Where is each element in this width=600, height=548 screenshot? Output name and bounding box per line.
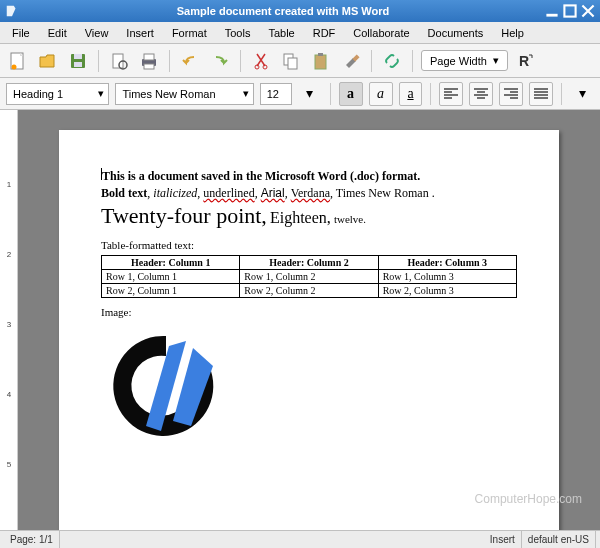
app-icon <box>4 3 20 19</box>
toolbar-separator <box>169 50 170 72</box>
table-row: Row 2, Column 1 Row 2, Column 2 Row 2, C… <box>102 284 517 298</box>
align-center-button[interactable] <box>469 82 493 106</box>
table-header: Header: Column 3 <box>378 256 516 270</box>
style-value: Heading 1 <box>13 88 63 100</box>
menu-rdf[interactable]: RDF <box>305 25 344 41</box>
zoom-label: Page Width <box>430 55 487 67</box>
bold-button[interactable]: a <box>339 82 363 106</box>
font-size-combo[interactable]: 12 <box>260 83 292 105</box>
paragraph-style-combo[interactable]: Heading 1 ▾ <box>6 83 109 105</box>
chevron-down-icon: ▾ <box>493 54 499 67</box>
ruler-tick: 1 <box>2 180 16 189</box>
toolbar-separator <box>561 83 562 105</box>
svg-rect-5 <box>74 54 82 59</box>
align-justify-button[interactable] <box>529 82 553 106</box>
doc-heading-line: This is a document saved in the Microsof… <box>101 168 517 184</box>
copy-icon[interactable] <box>279 49 303 73</box>
svg-rect-16 <box>315 55 326 69</box>
maximize-button[interactable] <box>562 3 578 19</box>
toolbar-separator <box>430 83 431 105</box>
italic-button[interactable]: a <box>369 82 393 106</box>
redo-icon[interactable] <box>208 49 232 73</box>
svg-rect-11 <box>144 64 154 69</box>
toolbar-separator <box>98 50 99 72</box>
doc-formatting-line: Bold text, italicized, underlined, Arial… <box>101 186 517 201</box>
menu-view[interactable]: View <box>77 25 117 41</box>
print-icon[interactable] <box>137 49 161 73</box>
svg-rect-10 <box>144 54 154 60</box>
toolbar-separator <box>240 50 241 72</box>
print-preview-icon[interactable] <box>107 49 131 73</box>
toolbar-separator <box>330 83 331 105</box>
size-dropdown-icon[interactable]: ▾ <box>298 82 322 106</box>
toolbar-separator <box>371 50 372 72</box>
doc-size-line: Twenty-four point, Eighteen, twelve. <box>101 203 517 229</box>
page-scroll-area[interactable]: This is a document saved in the Microsof… <box>18 110 600 530</box>
ruler-tick: 3 <box>2 320 16 329</box>
image-label: Image: <box>101 306 517 318</box>
svg-rect-17 <box>318 53 323 56</box>
menu-edit[interactable]: Edit <box>40 25 75 41</box>
save-icon[interactable] <box>66 49 90 73</box>
open-icon[interactable] <box>36 49 60 73</box>
svg-rect-0 <box>546 14 557 17</box>
cut-icon[interactable] <box>249 49 273 73</box>
status-page: Page: 1/1 <box>4 531 60 548</box>
chevron-down-icon: ▾ <box>98 87 104 100</box>
menu-bar: File Edit View Insert Format Tools Table… <box>0 22 600 44</box>
table-cell: Row 1, Column 1 <box>102 270 240 284</box>
reload-icon[interactable]: R <box>514 49 538 73</box>
vertical-ruler: 1 2 3 4 5 <box>0 110 18 530</box>
font-value: Times New Roman <box>122 88 215 100</box>
menu-tools[interactable]: Tools <box>217 25 259 41</box>
toolbar-separator <box>412 50 413 72</box>
table-cell: Row 2, Column 1 <box>102 284 240 298</box>
paint-format-icon[interactable] <box>339 49 363 73</box>
window-title: Sample document created with MS Word <box>24 5 542 17</box>
menu-format[interactable]: Format <box>164 25 215 41</box>
align-right-button[interactable] <box>499 82 523 106</box>
close-button[interactable] <box>580 3 596 19</box>
menu-file[interactable]: File <box>4 25 38 41</box>
table-cell: Row 2, Column 3 <box>378 284 516 298</box>
menu-collaborate[interactable]: Collaborate <box>345 25 417 41</box>
undo-icon[interactable] <box>178 49 202 73</box>
minimize-button[interactable] <box>544 3 560 19</box>
status-bar: Page: 1/1 Insert default en-US <box>0 530 600 548</box>
paste-icon[interactable] <box>309 49 333 73</box>
table-header: Header: Column 2 <box>240 256 378 270</box>
document-page[interactable]: This is a document saved in the Microsof… <box>59 130 559 530</box>
table-cell: Row 2, Column 2 <box>240 284 378 298</box>
table-row: Row 1, Column 1 Row 1, Column 2 Row 1, C… <box>102 270 517 284</box>
font-name-combo[interactable]: Times New Roman ▾ <box>115 83 253 105</box>
formatting-toolbar: Heading 1 ▾ Times New Roman ▾ 12 ▾ a a a… <box>0 78 600 110</box>
svg-rect-15 <box>288 58 297 69</box>
status-insert-mode[interactable]: Insert <box>484 531 522 548</box>
ruler-tick: 5 <box>2 460 16 469</box>
new-doc-icon[interactable] <box>6 49 30 73</box>
status-language[interactable]: default en-US <box>522 531 596 548</box>
align-left-button[interactable] <box>439 82 463 106</box>
table-cell: Row 1, Column 2 <box>240 270 378 284</box>
chevron-down-icon: ▾ <box>243 87 249 100</box>
size-value: 12 <box>267 88 279 100</box>
table-header: Header: Column 1 <box>102 256 240 270</box>
svg-rect-1 <box>564 5 575 16</box>
underline-button[interactable]: a <box>399 82 423 106</box>
sample-table: Header: Column 1 Header: Column 2 Header… <box>101 255 517 298</box>
menu-insert[interactable]: Insert <box>118 25 162 41</box>
ruler-tick: 2 <box>2 250 16 259</box>
menu-help[interactable]: Help <box>493 25 532 41</box>
more-format-icon[interactable]: ▾ <box>570 82 594 106</box>
zoom-combo[interactable]: Page Width ▾ <box>421 50 508 71</box>
ruler-tick: 4 <box>2 390 16 399</box>
table-label: Table-formatted text: <box>101 239 517 251</box>
menu-table[interactable]: Table <box>260 25 302 41</box>
document-workspace: 1 2 3 4 5 This is a document saved in th… <box>0 110 600 530</box>
embedded-logo-image <box>101 326 517 448</box>
table-cell: Row 1, Column 3 <box>378 270 516 284</box>
svg-text:R: R <box>519 53 529 69</box>
link-icon[interactable] <box>380 49 404 73</box>
svg-point-3 <box>12 64 17 69</box>
menu-documents[interactable]: Documents <box>420 25 492 41</box>
